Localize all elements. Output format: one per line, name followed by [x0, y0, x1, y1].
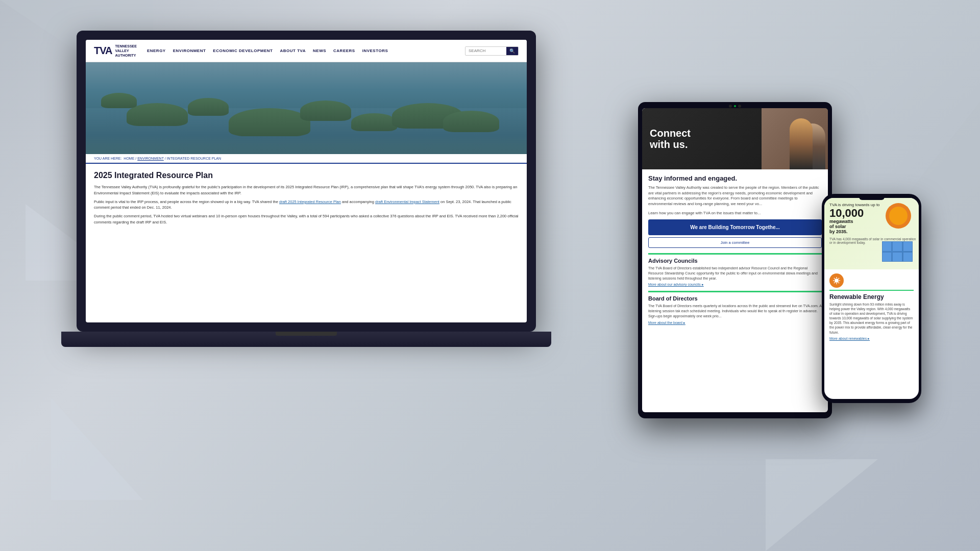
nav-economic-development[interactable]: ECONOMIC DEVELOPMENT	[213, 48, 273, 53]
person-figure-front	[790, 118, 813, 169]
para-2: Public input is vital to the IRP process…	[94, 199, 519, 211]
solar-cell-5	[892, 252, 902, 262]
poly-shape-4	[766, 459, 878, 551]
nav-about[interactable]: ABOUT TVA	[280, 48, 306, 53]
advisory-section: Advisory Councils The TVA Board of Direc…	[648, 253, 822, 287]
connect-headline: Connect with us.	[650, 128, 691, 150]
solar-cell-6	[903, 252, 913, 262]
island-3	[229, 108, 310, 136]
nav-environment[interactable]: ENVIRONMENT	[173, 48, 206, 53]
para-1: The Tennessee Valley Authority (TVA) is …	[94, 184, 519, 196]
phone-device: TVA is driving towards up to 10,000 mega…	[822, 194, 921, 403]
link-irp[interactable]: draft 2025 Integrated Resource Plan	[279, 199, 341, 204]
search-input[interactable]	[465, 47, 506, 55]
breadcrumb: YOU ARE HERE: HOME / ENVIRONMENT / INTEG…	[86, 154, 527, 164]
nav-energy[interactable]: ENERGY	[147, 48, 166, 53]
solar-text-block: TVA is driving towards up to 10,000 mega…	[829, 202, 919, 244]
search-box: 🔍	[465, 46, 519, 56]
connect-hero: Connect with us.	[642, 108, 828, 169]
phone-screen: TVA is driving towards up to 10,000 mega…	[824, 198, 919, 399]
solar-sub: TVA has 4,000 megawatts of solar in comm…	[829, 237, 919, 244]
phone-content: Renewable Energy Sunlight shining down f…	[824, 269, 919, 345]
advisory-title: Advisory Councils	[648, 258, 822, 264]
tablet-content: Stay informed and engaged. The Tennessee…	[642, 169, 828, 334]
connect-image	[762, 108, 828, 169]
more-renewables-link[interactable]: More about renewables ▸	[829, 337, 914, 341]
laptop-device: TVA TENNESSEE VALLEY AUTHORITY ENERGY EN…	[77, 31, 567, 388]
laptop-bezel: TVA TENNESSEE VALLEY AUTHORITY ENERGY EN…	[77, 31, 536, 332]
poly-shape-2	[51, 398, 143, 500]
sun-svg	[832, 277, 841, 285]
content-area: 2025 Integrated Resource Plan The Tennes…	[86, 164, 527, 322]
join-committee-button[interactable]: Join a committee	[648, 237, 822, 248]
tva-logo-text: TENNESSEE VALLEY AUTHORITY	[115, 44, 137, 58]
solar-year: by 2035.	[829, 229, 919, 234]
tablet-camera-dot	[729, 105, 732, 108]
renewable-body-text: Sunlight shining down from 93 million mi…	[829, 302, 914, 335]
solar-unit2: of solar	[829, 224, 919, 229]
laptop-base	[61, 332, 551, 347]
island-5	[351, 113, 397, 131]
page-body: The Tennessee Valley Authority (TVA) is …	[94, 184, 519, 225]
site-nav: ENERGY ENVIRONMENT ECONOMIC DEVELOPMENT …	[147, 48, 388, 53]
island-2	[188, 98, 229, 116]
advisory-more-link[interactable]: More about our advisory councils ▸	[648, 283, 822, 287]
phone-bezel: TVA is driving towards up to 10,000 mega…	[822, 194, 921, 403]
nav-investors[interactable]: INVESTORS	[362, 48, 388, 53]
board-more-link[interactable]: More about the board ▸	[648, 321, 822, 325]
solar-number: 10,000	[829, 208, 919, 219]
nav-news[interactable]: NEWS	[313, 48, 326, 53]
svg-line-7	[839, 278, 840, 279]
learn-more-text: Learn how you can engage with TVA on the…	[648, 211, 822, 215]
phone-notch	[859, 196, 885, 200]
board-section: Board of Directors The TVA Board of Dire…	[648, 291, 822, 324]
hero-image	[86, 62, 527, 154]
board-body: The TVA Board of Directors meets quarter…	[648, 304, 822, 318]
solar-cell-4	[882, 252, 892, 262]
tablet-camera-light	[734, 105, 736, 107]
search-button[interactable]: 🔍	[506, 47, 518, 55]
stay-informed-body: The Tennessee Valley Authority was creat…	[648, 185, 822, 207]
island-8	[101, 93, 137, 108]
laptop-screen: TVA TENNESSEE VALLEY AUTHORITY ENERGY EN…	[86, 40, 527, 322]
breadcrumb-current: INTEGRATED RESOURCE PLAN	[167, 157, 221, 160]
tablet-camera-dot-2	[738, 105, 741, 108]
site-header: TVA TENNESSEE VALLEY AUTHORITY ENERGY EN…	[86, 40, 527, 62]
nav-careers[interactable]: CAREERS	[333, 48, 355, 53]
tva-logo: TVA TENNESSEE VALLEY AUTHORITY	[94, 44, 137, 58]
renewable-energy-icon	[829, 273, 844, 288]
link-eis[interactable]: draft Environmental Impact Statement	[375, 199, 439, 204]
advisory-body: The TVA Board of Directors established t…	[648, 266, 822, 281]
page-title: 2025 Integrated Resource Plan	[94, 171, 519, 180]
breadcrumb-home[interactable]: HOME	[124, 157, 134, 160]
svg-point-0	[835, 279, 839, 283]
svg-line-6	[839, 283, 840, 284]
para-3: During the public comment period, TVA ho…	[94, 213, 519, 225]
board-title: Board of Directors	[648, 295, 822, 302]
island-4	[300, 101, 351, 121]
tablet-screen: Connect with us. Stay informed and engag…	[642, 108, 828, 412]
renewable-section-title: Renewable Energy	[829, 293, 914, 300]
solar-banner: TVA is driving towards up to 10,000 mega…	[824, 198, 919, 269]
svg-line-8	[834, 283, 835, 284]
tablet-camera-area	[729, 105, 741, 108]
tva-logo-mark: TVA	[94, 45, 112, 57]
svg-line-5	[834, 278, 835, 279]
renewable-divider	[829, 290, 914, 291]
island-7	[443, 111, 499, 132]
tablet-device: Connect with us. Stay informed and engag…	[638, 102, 832, 418]
tablet-bezel: Connect with us. Stay informed and engag…	[638, 102, 832, 418]
laptop-hinge	[276, 332, 337, 336]
connect-headline-line1: Connect	[650, 128, 691, 139]
stay-informed-title: Stay informed and engaged.	[648, 174, 822, 182]
solar-unit: megawatts	[829, 219, 919, 224]
tva-website: TVA TENNESSEE VALLEY AUTHORITY ENERGY EN…	[86, 40, 527, 322]
building-tomorrow-button[interactable]: We are Building Tomorrow Togethe...	[648, 219, 822, 235]
laptop-frame: TVA TENNESSEE VALLEY AUTHORITY ENERGY EN…	[77, 31, 567, 388]
breadcrumb-label: YOU ARE HERE:	[94, 157, 121, 160]
breadcrumb-environment[interactable]: ENVIRONMENT	[137, 157, 164, 160]
connect-headline-line2: with us.	[650, 139, 691, 150]
